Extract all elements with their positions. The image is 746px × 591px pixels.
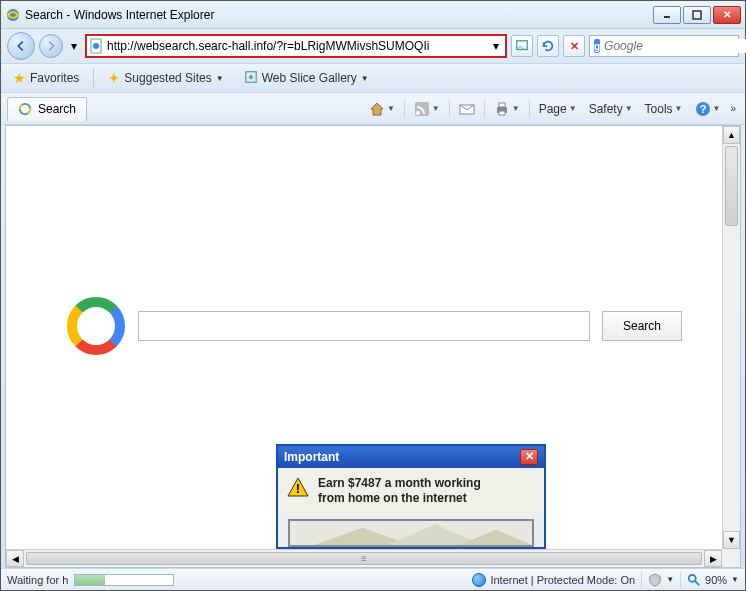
web-page: Search Important ✕ ! Earn $7487 a month … [6,126,722,549]
svg-text:!: ! [296,481,300,496]
magnifier-icon [687,573,701,587]
shield-icon [648,573,662,587]
chevron-down-icon: ▼ [216,74,224,83]
window-controls: ✕ [653,6,741,24]
window-title: Search - Windows Internet Explorer [25,8,653,22]
svg-point-4 [93,43,99,49]
svg-rect-13 [499,103,505,107]
zone-text: Internet | Protected Mode: On [490,574,635,586]
address-dropdown[interactable]: ▾ [489,39,503,53]
favorites-bar: ★ Favorites ✦ Suggested Sites ▼ Web Slic… [1,63,745,93]
feeds-button[interactable]: ▼ [409,98,445,120]
vertical-scroll-thumb[interactable] [725,146,738,226]
scroll-up-button[interactable]: ▲ [723,126,740,144]
back-button[interactable] [7,32,35,60]
browser-tab[interactable]: Search [7,97,87,121]
google-icon: g [594,39,600,53]
globe-icon [472,573,486,587]
maximize-button[interactable] [683,6,711,24]
help-button[interactable]: ?▼ [690,98,726,120]
star-icon: ★ [13,70,26,86]
popup-titlebar: Important ✕ [278,446,544,468]
safety-menu[interactable]: Safety▼ [584,98,638,120]
ie-icon [5,7,21,23]
svg-rect-2 [693,11,701,19]
chevron-down-icon: ▼ [361,74,369,83]
suggested-sites-button[interactable]: ✦ Suggested Sites ▼ [102,68,229,88]
search-logo [66,296,126,356]
command-buttons: ▼ ▼ ▼ Page▼ Safety▼ Tools▼ ?▼ » [364,98,739,120]
tab-title: Search [38,102,76,116]
scroll-left-button[interactable]: ◀ [6,550,24,567]
search-provider-box: g [589,35,739,57]
page-icon [89,38,105,54]
warning-icon: ! [286,476,310,500]
print-button[interactable]: ▼ [489,98,525,120]
command-bar: Search ▼ ▼ ▼ Page▼ Safety▼ Tools▼ ?▼ » [1,93,745,125]
status-text: Waiting for h [7,574,68,586]
search-row: Search [66,296,682,356]
command-bar-expand[interactable]: » [727,98,739,120]
titlebar: Search - Windows Internet Explorer ✕ [1,1,745,29]
horizontal-scroll-thumb[interactable] [26,552,702,565]
svg-rect-14 [499,111,505,115]
progress-bar [74,574,174,586]
tools-menu[interactable]: Tools▼ [640,98,688,120]
nav-history-dropdown[interactable]: ▾ [67,36,81,56]
address-bar: ▾ [85,34,507,58]
svg-point-23 [689,574,696,581]
webslice-icon [244,70,258,87]
favorites-button[interactable]: ★ Favorites [7,68,85,88]
popup-image[interactable] [288,519,534,547]
popup-close-button[interactable]: ✕ [520,449,538,465]
scroll-right-button[interactable]: ▶ [704,550,722,567]
web-slice-label: Web Slice Gallery [262,71,357,85]
vertical-scrollbar[interactable]: ▲ ▼ [722,126,740,549]
scroll-corner [722,549,740,567]
tab-favicon [18,102,32,116]
scroll-down-button[interactable]: ▼ [723,531,740,549]
security-zone[interactable]: Internet | Protected Mode: On [472,573,635,587]
zoom-control[interactable]: 90% ▼ [687,573,739,587]
zoom-value: 90% [705,574,727,586]
forward-button[interactable] [39,34,63,58]
page-search-input[interactable] [138,311,590,341]
search-provider-input[interactable] [604,39,746,53]
status-bar: Waiting for h Internet | Protected Mode:… [1,568,745,590]
svg-line-24 [695,580,699,584]
stop-button[interactable]: ✕ [563,35,585,57]
page-menu[interactable]: Page▼ [534,98,582,120]
favorites-label: Favorites [30,71,79,85]
popup-body[interactable]: ! Earn $7487 a month working from home o… [278,468,544,515]
separator [93,68,94,88]
popup-line-1: Earn $7487 a month working [318,476,481,492]
compat-view-button[interactable] [511,35,533,57]
close-button[interactable]: ✕ [713,6,741,24]
protection-indicator[interactable]: ▼ [648,573,674,587]
popup-title-text: Important [284,450,339,464]
refresh-button[interactable] [537,35,559,57]
popup-line-2: from home on the internet [318,491,481,507]
popup-ad: Important ✕ ! Earn $7487 a month working… [276,444,546,549]
url-input[interactable] [107,36,487,56]
suggested-sites-label: Suggested Sites [124,71,211,85]
navigation-bar: ▾ ▾ ✕ g [1,29,745,63]
horizontal-scrollbar[interactable]: ◀ ▶ [6,549,722,567]
home-button[interactable]: ▼ [364,98,400,120]
minimize-button[interactable] [653,6,681,24]
svg-text:?: ? [699,103,706,115]
page-search-button[interactable]: Search [602,311,682,341]
content-area: Search Important ✕ ! Earn $7487 a month … [5,125,741,568]
web-slice-button[interactable]: Web Slice Gallery ▼ [238,68,375,89]
svg-point-10 [416,111,420,115]
read-mail-button[interactable] [454,98,480,120]
browser-window: Search - Windows Internet Explorer ✕ ▾ ▾… [0,0,746,591]
suggested-icon: ✦ [108,70,120,86]
